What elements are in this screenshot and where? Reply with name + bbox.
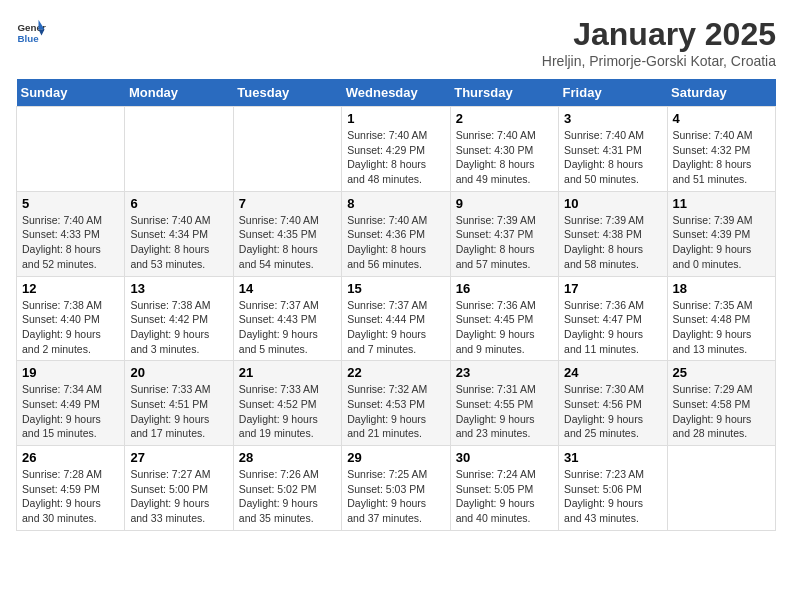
day-number: 7	[239, 196, 336, 211]
day-info: Sunrise: 7:33 AM Sunset: 4:52 PM Dayligh…	[239, 382, 336, 441]
day-number: 3	[564, 111, 661, 126]
calendar-cell: 14Sunrise: 7:37 AM Sunset: 4:43 PM Dayli…	[233, 276, 341, 361]
calendar-cell: 3Sunrise: 7:40 AM Sunset: 4:31 PM Daylig…	[559, 107, 667, 192]
weekday-header-friday: Friday	[559, 79, 667, 107]
day-info: Sunrise: 7:27 AM Sunset: 5:00 PM Dayligh…	[130, 467, 227, 526]
day-info: Sunrise: 7:29 AM Sunset: 4:58 PM Dayligh…	[673, 382, 770, 441]
day-info: Sunrise: 7:26 AM Sunset: 5:02 PM Dayligh…	[239, 467, 336, 526]
day-info: Sunrise: 7:28 AM Sunset: 4:59 PM Dayligh…	[22, 467, 119, 526]
day-number: 28	[239, 450, 336, 465]
calendar-cell: 25Sunrise: 7:29 AM Sunset: 4:58 PM Dayli…	[667, 361, 775, 446]
week-row-3: 12Sunrise: 7:38 AM Sunset: 4:40 PM Dayli…	[17, 276, 776, 361]
week-row-5: 26Sunrise: 7:28 AM Sunset: 4:59 PM Dayli…	[17, 446, 776, 531]
calendar-cell: 1Sunrise: 7:40 AM Sunset: 4:29 PM Daylig…	[342, 107, 450, 192]
day-number: 20	[130, 365, 227, 380]
day-number: 30	[456, 450, 553, 465]
day-info: Sunrise: 7:31 AM Sunset: 4:55 PM Dayligh…	[456, 382, 553, 441]
day-info: Sunrise: 7:40 AM Sunset: 4:30 PM Dayligh…	[456, 128, 553, 187]
weekday-header-monday: Monday	[125, 79, 233, 107]
day-info: Sunrise: 7:40 AM Sunset: 4:35 PM Dayligh…	[239, 213, 336, 272]
weekday-header-tuesday: Tuesday	[233, 79, 341, 107]
calendar-title: January 2025	[542, 16, 776, 53]
calendar-cell: 28Sunrise: 7:26 AM Sunset: 5:02 PM Dayli…	[233, 446, 341, 531]
calendar-cell: 9Sunrise: 7:39 AM Sunset: 4:37 PM Daylig…	[450, 191, 558, 276]
day-info: Sunrise: 7:39 AM Sunset: 4:38 PM Dayligh…	[564, 213, 661, 272]
calendar-cell: 10Sunrise: 7:39 AM Sunset: 4:38 PM Dayli…	[559, 191, 667, 276]
day-info: Sunrise: 7:40 AM Sunset: 4:34 PM Dayligh…	[130, 213, 227, 272]
calendar-cell	[125, 107, 233, 192]
calendar-cell	[17, 107, 125, 192]
day-number: 21	[239, 365, 336, 380]
day-number: 27	[130, 450, 227, 465]
calendar-cell: 2Sunrise: 7:40 AM Sunset: 4:30 PM Daylig…	[450, 107, 558, 192]
day-number: 18	[673, 281, 770, 296]
day-number: 13	[130, 281, 227, 296]
day-info: Sunrise: 7:23 AM Sunset: 5:06 PM Dayligh…	[564, 467, 661, 526]
calendar-cell: 7Sunrise: 7:40 AM Sunset: 4:35 PM Daylig…	[233, 191, 341, 276]
day-info: Sunrise: 7:36 AM Sunset: 4:47 PM Dayligh…	[564, 298, 661, 357]
day-info: Sunrise: 7:33 AM Sunset: 4:51 PM Dayligh…	[130, 382, 227, 441]
day-number: 25	[673, 365, 770, 380]
day-info: Sunrise: 7:32 AM Sunset: 4:53 PM Dayligh…	[347, 382, 444, 441]
day-info: Sunrise: 7:40 AM Sunset: 4:32 PM Dayligh…	[673, 128, 770, 187]
calendar-cell: 27Sunrise: 7:27 AM Sunset: 5:00 PM Dayli…	[125, 446, 233, 531]
header: General Blue January 2025 Hreljin, Primo…	[16, 16, 776, 69]
day-info: Sunrise: 7:40 AM Sunset: 4:36 PM Dayligh…	[347, 213, 444, 272]
day-number: 1	[347, 111, 444, 126]
weekday-header-wednesday: Wednesday	[342, 79, 450, 107]
day-info: Sunrise: 7:35 AM Sunset: 4:48 PM Dayligh…	[673, 298, 770, 357]
day-number: 22	[347, 365, 444, 380]
calendar-cell: 22Sunrise: 7:32 AM Sunset: 4:53 PM Dayli…	[342, 361, 450, 446]
day-number: 19	[22, 365, 119, 380]
day-number: 31	[564, 450, 661, 465]
day-number: 11	[673, 196, 770, 211]
weekday-header-row: SundayMondayTuesdayWednesdayThursdayFrid…	[17, 79, 776, 107]
calendar-cell	[667, 446, 775, 531]
day-number: 14	[239, 281, 336, 296]
week-row-2: 5Sunrise: 7:40 AM Sunset: 4:33 PM Daylig…	[17, 191, 776, 276]
day-number: 6	[130, 196, 227, 211]
day-number: 4	[673, 111, 770, 126]
day-number: 29	[347, 450, 444, 465]
calendar-body: 1Sunrise: 7:40 AM Sunset: 4:29 PM Daylig…	[17, 107, 776, 531]
day-info: Sunrise: 7:38 AM Sunset: 4:40 PM Dayligh…	[22, 298, 119, 357]
day-number: 5	[22, 196, 119, 211]
calendar-cell: 17Sunrise: 7:36 AM Sunset: 4:47 PM Dayli…	[559, 276, 667, 361]
day-info: Sunrise: 7:36 AM Sunset: 4:45 PM Dayligh…	[456, 298, 553, 357]
calendar-cell: 12Sunrise: 7:38 AM Sunset: 4:40 PM Dayli…	[17, 276, 125, 361]
calendar-header: SundayMondayTuesdayWednesdayThursdayFrid…	[17, 79, 776, 107]
day-number: 26	[22, 450, 119, 465]
day-number: 10	[564, 196, 661, 211]
calendar-cell: 26Sunrise: 7:28 AM Sunset: 4:59 PM Dayli…	[17, 446, 125, 531]
calendar-cell: 20Sunrise: 7:33 AM Sunset: 4:51 PM Dayli…	[125, 361, 233, 446]
day-info: Sunrise: 7:38 AM Sunset: 4:42 PM Dayligh…	[130, 298, 227, 357]
day-info: Sunrise: 7:39 AM Sunset: 4:37 PM Dayligh…	[456, 213, 553, 272]
calendar-cell: 16Sunrise: 7:36 AM Sunset: 4:45 PM Dayli…	[450, 276, 558, 361]
calendar-cell: 15Sunrise: 7:37 AM Sunset: 4:44 PM Dayli…	[342, 276, 450, 361]
day-info: Sunrise: 7:37 AM Sunset: 4:43 PM Dayligh…	[239, 298, 336, 357]
logo-icon: General Blue	[16, 16, 46, 46]
day-number: 8	[347, 196, 444, 211]
calendar-cell: 5Sunrise: 7:40 AM Sunset: 4:33 PM Daylig…	[17, 191, 125, 276]
day-info: Sunrise: 7:40 AM Sunset: 4:29 PM Dayligh…	[347, 128, 444, 187]
calendar-cell: 6Sunrise: 7:40 AM Sunset: 4:34 PM Daylig…	[125, 191, 233, 276]
calendar-cell: 13Sunrise: 7:38 AM Sunset: 4:42 PM Dayli…	[125, 276, 233, 361]
calendar-cell: 29Sunrise: 7:25 AM Sunset: 5:03 PM Dayli…	[342, 446, 450, 531]
weekday-header-saturday: Saturday	[667, 79, 775, 107]
day-number: 23	[456, 365, 553, 380]
day-info: Sunrise: 7:40 AM Sunset: 4:33 PM Dayligh…	[22, 213, 119, 272]
day-number: 9	[456, 196, 553, 211]
calendar-cell: 4Sunrise: 7:40 AM Sunset: 4:32 PM Daylig…	[667, 107, 775, 192]
title-area: January 2025 Hreljin, Primorje-Gorski Ko…	[542, 16, 776, 69]
day-number: 12	[22, 281, 119, 296]
calendar-cell: 8Sunrise: 7:40 AM Sunset: 4:36 PM Daylig…	[342, 191, 450, 276]
week-row-4: 19Sunrise: 7:34 AM Sunset: 4:49 PM Dayli…	[17, 361, 776, 446]
day-number: 16	[456, 281, 553, 296]
calendar-table: SundayMondayTuesdayWednesdayThursdayFrid…	[16, 79, 776, 531]
weekday-header-thursday: Thursday	[450, 79, 558, 107]
calendar-cell: 21Sunrise: 7:33 AM Sunset: 4:52 PM Dayli…	[233, 361, 341, 446]
day-info: Sunrise: 7:37 AM Sunset: 4:44 PM Dayligh…	[347, 298, 444, 357]
day-info: Sunrise: 7:39 AM Sunset: 4:39 PM Dayligh…	[673, 213, 770, 272]
calendar-cell: 31Sunrise: 7:23 AM Sunset: 5:06 PM Dayli…	[559, 446, 667, 531]
calendar-cell: 18Sunrise: 7:35 AM Sunset: 4:48 PM Dayli…	[667, 276, 775, 361]
